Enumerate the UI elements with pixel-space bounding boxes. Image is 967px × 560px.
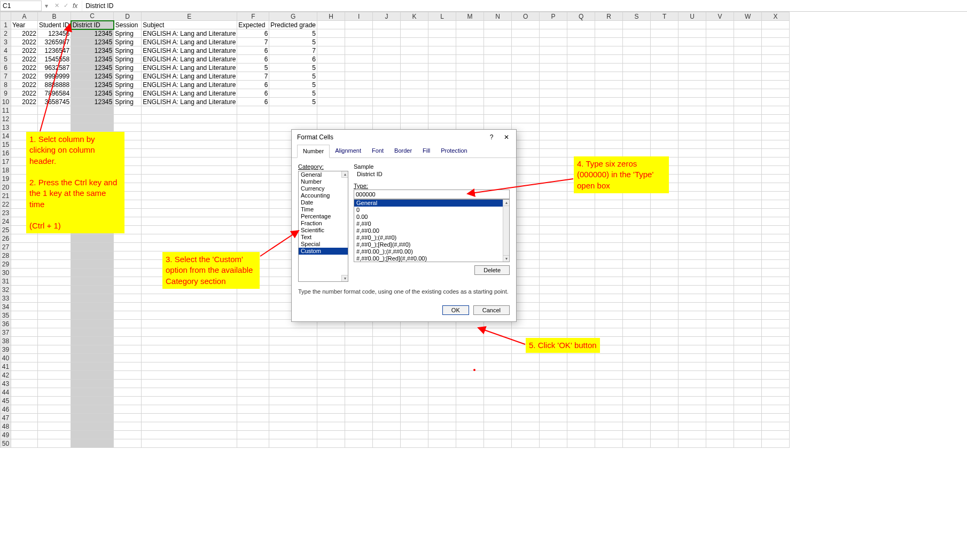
cell[interactable] <box>595 209 623 217</box>
cell[interactable] <box>38 397 71 405</box>
cell[interactable]: 2022 <box>11 81 38 89</box>
cell[interactable] <box>734 345 762 354</box>
cell[interactable] <box>512 422 540 431</box>
cell[interactable] <box>456 55 484 64</box>
cell[interactable] <box>706 132 734 140</box>
cell[interactable] <box>401 397 428 405</box>
cell[interactable] <box>567 380 595 388</box>
cell[interactable] <box>373 388 401 397</box>
cell[interactable] <box>373 38 401 46</box>
column-header-S[interactable]: S <box>623 12 651 21</box>
format-scrollbar[interactable]: ▴ ▾ <box>503 200 509 262</box>
cell[interactable] <box>623 405 651 414</box>
scrollbar-up-icon[interactable]: ▴ <box>341 171 348 178</box>
column-header-C[interactable]: C <box>71 12 114 21</box>
cell[interactable] <box>762 337 790 345</box>
cell[interactable] <box>595 311 623 320</box>
cell[interactable] <box>651 29 679 38</box>
cell[interactable] <box>734 294 762 303</box>
cell[interactable] <box>317 81 345 89</box>
cell[interactable] <box>38 371 71 380</box>
cell[interactable] <box>679 337 706 345</box>
cell[interactable] <box>567 64 595 72</box>
cell[interactable] <box>114 337 142 345</box>
scrollbar-up-icon[interactable]: ▴ <box>503 200 509 206</box>
category-item[interactable]: Date <box>299 199 348 206</box>
cell[interactable] <box>237 431 269 439</box>
cell[interactable]: Spring <box>114 89 142 98</box>
cell[interactable] <box>651 422 679 431</box>
cell[interactable] <box>706 311 734 320</box>
cell[interactable]: Spring <box>114 55 142 64</box>
category-item[interactable]: Number <box>299 178 348 185</box>
cell[interactable] <box>484 422 512 431</box>
cell[interactable] <box>762 38 790 46</box>
cell[interactable] <box>114 115 142 123</box>
category-list[interactable]: ▴ GeneralNumberCurrencyAccountingDateTim… <box>298 171 348 282</box>
cell[interactable] <box>114 277 142 286</box>
fx-icon[interactable]: fx <box>73 2 77 10</box>
cell[interactable] <box>540 405 567 414</box>
cell[interactable] <box>512 98 540 106</box>
cell[interactable] <box>762 311 790 320</box>
cell[interactable] <box>679 388 706 397</box>
cell[interactable] <box>734 311 762 320</box>
cell[interactable] <box>595 217 623 226</box>
cell[interactable] <box>317 55 345 64</box>
cell[interactable] <box>734 183 762 192</box>
cell[interactable] <box>237 106 269 115</box>
cell[interactable] <box>484 328 512 337</box>
cell[interactable] <box>651 345 679 354</box>
cell[interactable] <box>456 439 484 448</box>
cell[interactable] <box>595 55 623 64</box>
cell[interactable] <box>428 106 456 115</box>
cell[interactable] <box>762 234 790 243</box>
cell[interactable] <box>567 132 595 140</box>
cell[interactable] <box>456 21 484 29</box>
cell[interactable] <box>401 64 428 72</box>
cell[interactable] <box>762 140 790 149</box>
cell[interactable] <box>706 422 734 431</box>
cell[interactable] <box>428 115 456 123</box>
format-item[interactable]: #,##0.00_);(#,##0.00) <box>354 248 509 255</box>
cell[interactable] <box>237 243 269 251</box>
cell[interactable] <box>71 380 114 388</box>
cell[interactable] <box>484 388 512 397</box>
cell[interactable] <box>762 294 790 303</box>
cell[interactable] <box>595 414 623 422</box>
row-header[interactable]: 11 <box>1 106 11 115</box>
cell[interactable] <box>734 260 762 269</box>
scrollbar-down-icon[interactable]: ▾ <box>503 255 509 262</box>
cell[interactable] <box>679 89 706 98</box>
cell[interactable] <box>540 123 567 132</box>
cell[interactable] <box>762 345 790 354</box>
cell[interactable] <box>595 294 623 303</box>
cell[interactable] <box>317 328 345 337</box>
cell[interactable] <box>114 269 142 277</box>
cell[interactable] <box>373 439 401 448</box>
cell[interactable] <box>595 431 623 439</box>
cell[interactable] <box>734 149 762 157</box>
cell[interactable] <box>595 243 623 251</box>
cell[interactable] <box>456 431 484 439</box>
cell[interactable] <box>734 81 762 89</box>
cell[interactable] <box>595 371 623 380</box>
cell[interactable] <box>540 354 567 362</box>
cell[interactable] <box>401 354 428 362</box>
cell[interactable] <box>540 277 567 286</box>
cell[interactable]: ENGLISH A: Lang and Literature <box>142 46 237 55</box>
cell[interactable]: 2022 <box>11 89 38 98</box>
cell[interactable] <box>237 405 269 414</box>
cell[interactable] <box>317 345 345 354</box>
cell[interactable] <box>651 405 679 414</box>
cell[interactable] <box>373 431 401 439</box>
cell[interactable] <box>345 345 373 354</box>
row-header[interactable]: 5 <box>1 55 11 64</box>
cell[interactable] <box>567 320 595 328</box>
cell[interactable] <box>540 388 567 397</box>
cell[interactable]: 5 <box>237 64 269 72</box>
cell[interactable] <box>623 328 651 337</box>
cell[interactable] <box>512 64 540 72</box>
cell[interactable] <box>401 388 428 397</box>
cell[interactable] <box>734 29 762 38</box>
